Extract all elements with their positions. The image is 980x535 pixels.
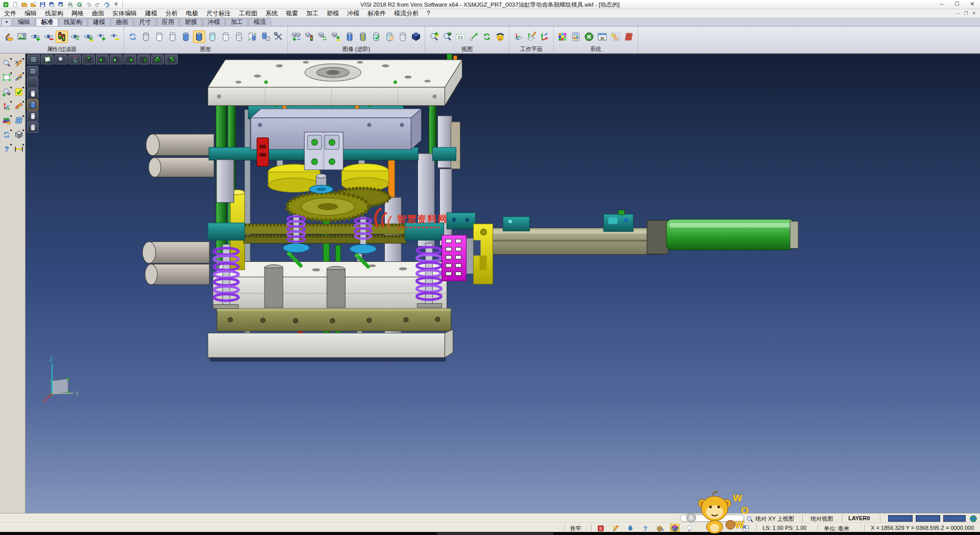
recent-files-icon[interactable]: [103, 1, 111, 9]
cylinder-transparent-icon[interactable]: [206, 31, 218, 43]
menu-item[interactable]: 建模: [141, 9, 161, 17]
cylinder-copy-icon[interactable]: [383, 31, 396, 43]
cylinder-shaded-icon[interactable]: [180, 31, 192, 43]
workplane-icon[interactable]: [512, 31, 524, 43]
menu-item[interactable]: 网格: [67, 9, 88, 17]
cylinder-hidden-line-icon[interactable]: [219, 31, 232, 43]
ribbon-tab[interactable]: 建模: [88, 18, 110, 26]
view-zoom-icon[interactable]: [55, 55, 67, 64]
menu-item[interactable]: 塑模: [323, 9, 343, 17]
viewport-menu-icon[interactable]: [27, 66, 38, 77]
units-label[interactable]: 单位: 毫米: [824, 525, 849, 532]
render-smiley-icon[interactable]: [494, 31, 506, 43]
show-elements-icon[interactable]: [29, 31, 41, 43]
ribbon-tab[interactable]: 加工: [226, 18, 248, 26]
ink-icon[interactable]: [626, 524, 635, 532]
snap-lock-label[interactable]: 拴牢: [570, 525, 581, 532]
confirm-check-icon[interactable]: [13, 86, 24, 98]
menu-item[interactable]: 尺寸标注: [202, 9, 235, 17]
color-palette-icon[interactable]: [556, 31, 569, 43]
sketch-edit-icon[interactable]: [13, 58, 24, 69]
hide-elements-icon[interactable]: [42, 31, 55, 43]
zoom-selected-icon[interactable]: [441, 31, 453, 43]
remove-filter-icon[interactable]: [109, 31, 121, 43]
zoom-view-icon[interactable]: [1, 58, 12, 69]
cylinder-mesh-icon[interactable]: [397, 31, 409, 43]
attribute-panel-icon[interactable]: [570, 31, 582, 43]
cylinder-wireframe-icon[interactable]: [140, 31, 152, 43]
grid-settings-icon[interactable]: [623, 31, 635, 43]
menu-item[interactable]: 加工: [302, 9, 323, 17]
cylinder-outline-icon[interactable]: [153, 31, 165, 43]
measure-distance-icon[interactable]: [13, 143, 24, 155]
save-icon[interactable]: [38, 1, 47, 9]
menu-item[interactable]: 系统: [261, 9, 282, 17]
menu-item[interactable]: 工程图: [235, 9, 261, 17]
grid-display-icon[interactable]: [741, 524, 750, 532]
toggle-visibility-icon[interactable]: [82, 31, 94, 43]
view-refresh-icon[interactable]: [481, 31, 493, 43]
menu-item[interactable]: ?: [423, 9, 434, 17]
cylinder-axis-icon[interactable]: [344, 31, 356, 43]
globe-icon[interactable]: [969, 514, 978, 522]
bulb-icon[interactable]: [685, 524, 694, 532]
menu-item[interactable]: 文件: [0, 9, 20, 17]
menu-item[interactable]: 标准件: [363, 9, 390, 17]
render-shaded-icon[interactable]: [27, 100, 38, 110]
selection-frame-icon[interactable]: [1, 72, 12, 83]
cylinder-ghost-icon[interactable]: [166, 31, 179, 43]
ribbon-tab[interactable]: 标准: [36, 18, 58, 26]
open-file-icon[interactable]: [20, 1, 29, 9]
visibility-traffic-light-icon[interactable]: [56, 31, 68, 43]
search-input[interactable]: [680, 515, 744, 522]
view-plane-icon[interactable]: [41, 55, 54, 64]
window-grid-icon[interactable]: [13, 115, 24, 126]
print-preview-icon[interactable]: [75, 1, 84, 9]
copy-graphics-icon[interactable]: [259, 31, 272, 43]
workplane-edit-icon[interactable]: [525, 31, 537, 43]
mdi-restore-button[interactable]: ❐: [964, 11, 968, 16]
maximize-button[interactable]: ☐: [949, 0, 965, 9]
image-visibility-icon[interactable]: [16, 31, 28, 43]
view-back-icon[interactable]: [137, 55, 150, 64]
cylinder-hatch-icon[interactable]: [233, 31, 245, 43]
assembly-toggle-icon[interactable]: [330, 31, 342, 43]
mdi-minimize-button[interactable]: —: [955, 11, 960, 16]
zoom-element-icon[interactable]: [1, 86, 12, 98]
regen-solids-icon[interactable]: [246, 31, 258, 43]
assembly-traffic-icon[interactable]: [304, 31, 316, 43]
ribbon-tab[interactable]: 塑膜: [180, 18, 202, 26]
assembly-add-icon[interactable]: [290, 31, 303, 43]
workplane-vector-icon[interactable]: [538, 31, 551, 43]
print-icon[interactable]: [66, 1, 75, 9]
system-settings-icon[interactable]: [583, 31, 595, 43]
snap-settings-icon[interactable]: [609, 31, 622, 43]
curve-edit-icon[interactable]: [13, 101, 24, 112]
view-mode-label[interactable]: 绝对视图: [811, 515, 833, 523]
menu-item[interactable]: 编辑: [20, 9, 41, 17]
visi-logo[interactable]: V: [2, 1, 10, 9]
menu-item[interactable]: 模流分析: [390, 9, 423, 17]
layer-color-swatch[interactable]: [888, 515, 913, 522]
view-isometric2-icon[interactable]: [165, 55, 178, 64]
import-file-icon[interactable]: [29, 1, 38, 9]
zoom-arrow-icon[interactable]: [468, 31, 480, 43]
curve-sketch-icon[interactable]: [13, 72, 24, 83]
package-icon[interactable]: [655, 524, 665, 532]
menu-item[interactable]: 分析: [161, 9, 182, 17]
mdi-close-button[interactable]: ✕: [972, 11, 976, 16]
render-hatch-icon[interactable]: [27, 122, 38, 133]
minimize-button[interactable]: –: [934, 0, 949, 9]
menu-item[interactable]: 视窗: [282, 9, 302, 17]
ribbon-tab[interactable]: 曲面: [111, 18, 133, 26]
layer-color-swatch[interactable]: [916, 515, 940, 522]
edit-wand-icon[interactable]: [611, 524, 620, 532]
menu-item[interactable]: 冲模: [343, 9, 363, 17]
refresh-visibility-icon[interactable]: [69, 31, 81, 43]
viewport-3d[interactable]: 智慧资料网 Z Y X: [26, 54, 980, 513]
cylinder-shaded-edges-icon[interactable]: [193, 31, 205, 43]
assembly-refresh-icon[interactable]: [317, 31, 329, 43]
redraw-icon[interactable]: [127, 31, 139, 43]
ribbon-tab[interactable]: 应用: [157, 18, 179, 26]
shade-cube-icon[interactable]: [13, 129, 24, 140]
